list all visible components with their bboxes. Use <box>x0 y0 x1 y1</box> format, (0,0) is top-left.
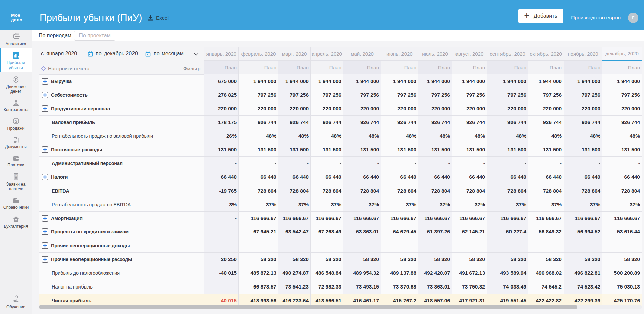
svg-text:$: $ <box>15 119 17 124</box>
